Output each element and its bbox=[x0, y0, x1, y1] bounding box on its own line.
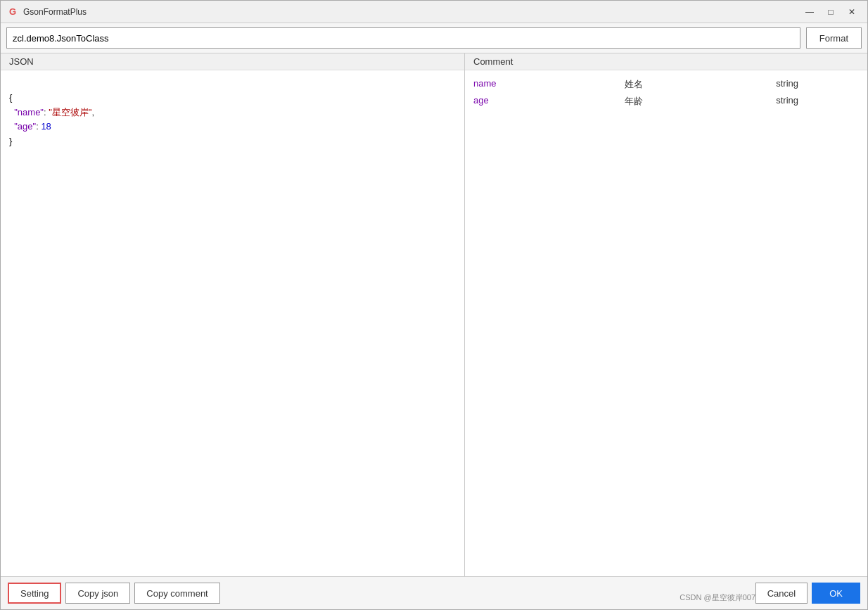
json-key-age: "age" bbox=[14, 121, 36, 132]
json-panel: JSON { "name": "星空彼岸", "age": 18 } bbox=[1, 53, 465, 576]
comment-text: 姓名 bbox=[625, 76, 776, 93]
format-button[interactable]: Format bbox=[806, 27, 862, 49]
main-window: G GsonFormatPlus — □ ✕ Format JSON { "na… bbox=[0, 0, 868, 610]
window-title: GsonFormatPlus bbox=[23, 7, 800, 17]
comment-field: age bbox=[473, 93, 625, 110]
close-brace: } bbox=[9, 136, 12, 146]
comment-field: name bbox=[473, 76, 625, 93]
package-input[interactable] bbox=[6, 27, 800, 49]
close-button[interactable]: ✕ bbox=[842, 4, 862, 20]
comment-panel-header: Comment bbox=[465, 53, 867, 70]
comment-table: name姓名stringage年龄string bbox=[473, 76, 859, 110]
json-key-name: "name" bbox=[14, 107, 44, 117]
copy-json-button[interactable]: Copy json bbox=[65, 583, 130, 604]
title-bar: G GsonFormatPlus — □ ✕ bbox=[1, 1, 867, 23]
json-editor[interactable]: { "name": "星空彼岸", "age": 18 } bbox=[1, 70, 464, 576]
watermark: CSDN @星空彼岸007 bbox=[679, 592, 755, 603]
comment-type: string bbox=[776, 76, 859, 93]
cancel-button[interactable]: Cancel bbox=[755, 583, 808, 604]
comment-type: string bbox=[776, 93, 859, 110]
comment-panel: Comment name姓名stringage年龄string bbox=[465, 53, 867, 576]
minimize-button[interactable]: — bbox=[800, 4, 819, 20]
ok-button[interactable]: OK bbox=[812, 583, 860, 604]
json-content: { "name": "星空彼岸", "age": 18 } bbox=[9, 76, 456, 164]
comment-row: name姓名string bbox=[473, 76, 859, 93]
main-area: JSON { "name": "星空彼岸", "age": 18 } Comme… bbox=[1, 53, 867, 576]
maximize-button[interactable]: □ bbox=[821, 4, 841, 20]
json-value-name: "星空彼岸" bbox=[49, 107, 91, 117]
json-value-age: 18 bbox=[41, 121, 51, 132]
copy-comment-button[interactable]: Copy comment bbox=[134, 583, 219, 604]
json-panel-header: JSON bbox=[1, 53, 464, 70]
window-controls: — □ ✕ bbox=[800, 4, 862, 20]
comment-row: age年龄string bbox=[473, 93, 859, 110]
app-icon: G bbox=[6, 6, 19, 18]
comment-content: name姓名stringage年龄string bbox=[465, 70, 867, 576]
toolbar: Format bbox=[1, 23, 867, 53]
setting-button[interactable]: Setting bbox=[8, 583, 61, 604]
comment-text: 年龄 bbox=[625, 93, 776, 110]
open-brace: { bbox=[9, 92, 12, 103]
